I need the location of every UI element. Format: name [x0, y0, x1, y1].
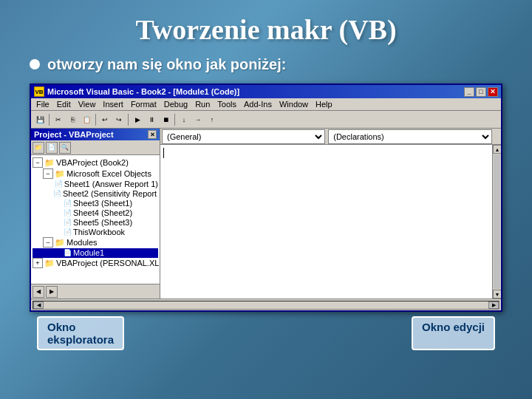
toolbar-pause[interactable]: ⏸ [145, 113, 158, 126]
toolbar-sep-2 [95, 114, 96, 126]
icon-module1: 📄 [64, 249, 72, 256]
code-area[interactable] [160, 145, 492, 299]
bottom-labels: Oknoeksploratora Okno edycji [30, 316, 502, 350]
vba-title-text: Microsoft Visual Basic - Book2 - [Module… [47, 87, 239, 96]
label-editor: Okno edycji [412, 316, 495, 350]
project-toolbar-btn3[interactable]: 🔍 [59, 142, 71, 154]
menu-addins[interactable]: Add-Ins [240, 99, 276, 109]
label-sheet3: Sheet3 (Sheet1) [73, 199, 132, 208]
toolbar-copy[interactable]: ⎘ [66, 113, 79, 126]
icon-thisworkbook: 📄 [64, 228, 72, 236]
label-excel-objects: Microsoft Excel Objects [66, 169, 151, 178]
toolbar-cut[interactable]: ✂ [52, 113, 65, 126]
h-scroll-left[interactable]: ◀ [33, 301, 44, 309]
icon-sheet2: 📄 [53, 190, 61, 197]
label-sheet1: Sheet1 (Answer Report 1) [64, 180, 158, 188]
tree-item-modules[interactable]: − 📁 Modules [33, 237, 158, 248]
toolbar-paste[interactable]: 📋 [80, 113, 93, 126]
project-tree: − 📁 VBAProject (Book2) − 📁 Microsoft Exc… [31, 155, 160, 284]
scrollbar-v[interactable]: ▲ ▼ [492, 145, 501, 299]
tree-item-sheet2[interactable]: 📄 Sheet2 (Sensitivity Report 1) [33, 189, 158, 199]
expander-book2[interactable]: − [33, 157, 43, 168]
general-dropdown[interactable]: (General) [162, 129, 325, 144]
tree-item-sheet4[interactable]: 📄 Sheet4 (Sheet2) [33, 208, 158, 218]
menu-format[interactable]: Format [127, 99, 160, 109]
menu-edit[interactable]: Edit [53, 99, 75, 109]
vba-toolbar-1: 💾 ✂ ⎘ 📋 ↩ ↪ ▶ ⏸ ⏹ ↓ → ↑ [31, 111, 501, 129]
menu-window[interactable]: Window [276, 99, 312, 109]
bullet-text: otworzy nam się okno jak poniżej: [47, 56, 286, 73]
project-panel-close[interactable]: ✕ [148, 130, 157, 139]
close-button[interactable]: ✕ [488, 87, 498, 97]
project-panel: Project - VBAProject ✕ 📁 📄 🔍 − 📁 VBAProj… [31, 129, 160, 299]
h-scrollbar[interactable]: ◀ ▶ [33, 301, 499, 310]
label-sheet5: Sheet5 (Sheet3) [73, 218, 132, 227]
toolbar-stop[interactable]: ⏹ [159, 113, 172, 126]
icon-book2: 📁 [44, 158, 55, 168]
expander-personal[interactable]: + [33, 258, 43, 268]
icon-personal: 📁 [44, 259, 55, 268]
minimize-button[interactable]: _ [464, 87, 474, 97]
project-toolbar-btn2[interactable]: 📄 [46, 142, 58, 154]
toolbar-sep-3 [128, 114, 129, 126]
icon-sheet5: 📄 [64, 219, 72, 226]
tree-item-excel-objects[interactable]: − 📁 Microsoft Excel Objects [33, 168, 158, 180]
expander-excel-objects[interactable]: − [43, 168, 53, 179]
vba-title-bar: VB Microsoft Visual Basic - Book2 - [Mod… [31, 85, 501, 98]
scroll-thumb[interactable] [494, 154, 500, 289]
menu-view[interactable]: View [75, 99, 100, 109]
panel-nav: ◀ ▶ [31, 284, 160, 299]
bullet-point: otworzy nam się okno jak poniżej: [30, 56, 286, 73]
bullet-dot [30, 59, 40, 69]
label-thisworkbook: ThisWorkbook [73, 228, 125, 236]
icon-sheet3: 📄 [64, 200, 72, 207]
menu-debug[interactable]: Debug [160, 99, 191, 109]
menu-run[interactable]: Run [191, 99, 214, 109]
vba-title-left: VB Microsoft Visual Basic - Book2 - [Mod… [34, 86, 239, 97]
label-sheet4: Sheet4 (Sheet2) [73, 208, 132, 217]
scroll-up[interactable]: ▲ [493, 145, 501, 154]
nav-next[interactable]: ▶ [46, 286, 58, 298]
expander-modules[interactable]: − [43, 237, 53, 248]
h-scroll-right[interactable]: ▶ [488, 301, 499, 309]
icon-excel-objects: 📁 [55, 169, 65, 179]
menu-tools[interactable]: Tools [214, 99, 240, 109]
tree-item-personal[interactable]: + 📁 VBAProject (PERSONAL.XLS) [33, 258, 158, 269]
tree-item-thisworkbook[interactable]: 📄 ThisWorkbook [33, 228, 158, 237]
cursor [163, 148, 164, 158]
slide-title: Tworzenie makr (VB) [135, 13, 396, 46]
label-explorer: Oknoeksploratora [37, 316, 124, 350]
tree-item-sheet3[interactable]: 📄 Sheet3 (Sheet1) [33, 199, 158, 208]
icon-sheet1: 📄 [55, 180, 63, 188]
label-personal: VBAProject (PERSONAL.XLS) [56, 259, 160, 267]
toolbar-step-into[interactable]: ↓ [177, 113, 191, 126]
tree-item-sheet1[interactable]: 📄 Sheet1 (Answer Report 1) [33, 180, 158, 189]
slide: Tworzenie makr (VB) otworzy nam się okno… [0, 0, 532, 399]
toolbar-undo[interactable]: ↩ [98, 113, 112, 126]
project-panel-title-text: Project - VBAProject [34, 130, 114, 139]
vba-title-buttons: _ □ ✕ [464, 87, 498, 97]
declarations-dropdown[interactable]: (Declarations) [328, 129, 491, 144]
toolbar-run[interactable]: ▶ [131, 113, 144, 126]
menu-insert[interactable]: Insert [99, 99, 127, 109]
label-modules: Modules [66, 238, 98, 247]
toolbar-save[interactable]: 💾 [33, 113, 47, 126]
nav-prev[interactable]: ◀ [33, 286, 44, 298]
icon-sheet4: 📄 [64, 209, 72, 216]
toolbar-step-out[interactable]: ↑ [205, 113, 219, 126]
scroll-down[interactable]: ▼ [493, 290, 501, 299]
vba-window: VB Microsoft Visual Basic - Book2 - [Mod… [30, 83, 502, 312]
toolbar-redo[interactable]: ↪ [112, 113, 126, 126]
tree-item-module1[interactable]: 📄 Module1 [33, 248, 158, 258]
maximize-button[interactable]: □ [476, 87, 486, 97]
toolbar-step-over[interactable]: → [191, 113, 205, 126]
label-module1: Module1 [73, 248, 104, 257]
tree-item-book2[interactable]: − 📁 VBAProject (Book2) [33, 157, 158, 168]
icon-modules: 📁 [55, 238, 65, 248]
tree-item-sheet5[interactable]: 📄 Sheet5 (Sheet3) [33, 218, 158, 228]
label-book2: VBAProject (Book2) [56, 158, 129, 167]
vba-app-icon: VB [34, 86, 44, 97]
menu-file[interactable]: File [33, 99, 53, 109]
menu-help[interactable]: Help [312, 99, 336, 109]
project-toolbar-btn1[interactable]: 📁 [33, 142, 44, 154]
